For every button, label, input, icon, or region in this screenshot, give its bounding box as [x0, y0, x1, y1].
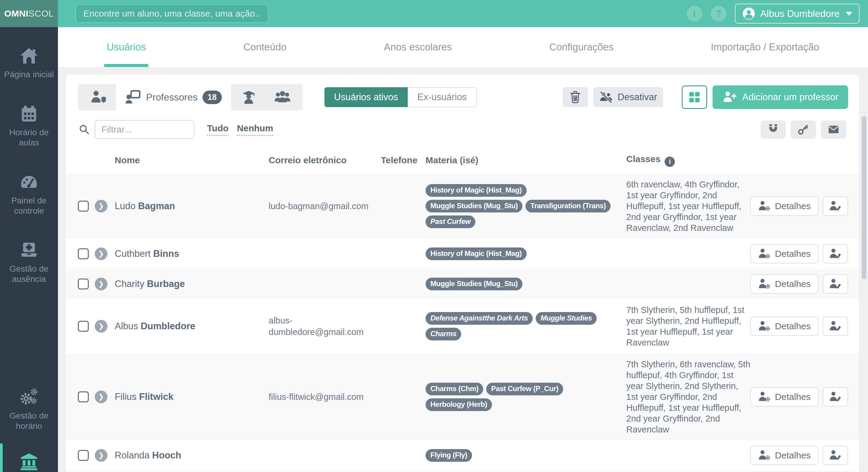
icon-group [274, 89, 291, 105]
tab-anos-escolares[interactable]: Anos escolares [381, 27, 455, 67]
details-button[interactable]: Detalhes [750, 274, 818, 294]
subject-badge: Muggle Studies (Mug_Stu) [426, 278, 522, 290]
right-controls: Desativar Adicionar um professor [563, 86, 848, 109]
table-view-button[interactable] [682, 86, 707, 109]
tab-conteudo[interactable]: Conteúdo [241, 27, 289, 67]
controls-row: Professores18 Usuários ativos Ex-usuário… [78, 84, 848, 111]
row-expand-button[interactable]: ❯ [95, 449, 107, 462]
sidebar-item-admin[interactable]: Admin. [0, 448, 58, 472]
icon-gears [19, 387, 39, 407]
table-body: ❯Ludo Bagmanludo-bagman@gmail.comHistory… [78, 174, 848, 472]
subtab-grupos[interactable] [267, 84, 299, 111]
person-gear-icon [758, 200, 771, 213]
row-checkbox[interactable] [78, 279, 89, 289]
cell-name: Albus Dumbledore [115, 321, 269, 332]
details-button[interactable]: Detalhes [750, 446, 818, 465]
person-pencil-icon [829, 200, 842, 213]
cell-name: Filius Flitwick [115, 391, 269, 402]
key-icon [797, 123, 810, 136]
table-row: ❯Ludo Bagmanludo-bagman@gmail.comHistory… [66, 174, 859, 239]
edit-user-button[interactable] [823, 244, 848, 263]
cell-subjects: Defense Againstthe Dark ArtsMuggle Studi… [426, 312, 626, 340]
magnet-button[interactable] [761, 120, 786, 138]
sidebar-item-pagina-inicial[interactable]: Página inicial [0, 43, 58, 82]
row-checkbox[interactable] [78, 201, 89, 212]
cell-name: Rolanda Hooch [115, 450, 269, 461]
header-phone: Telefone [381, 155, 426, 165]
row-expand-button[interactable]: ❯ [95, 200, 107, 213]
details-button[interactable]: Detalhes [750, 317, 818, 336]
tabs-row: UsuáriosConteúdoAnos escolaresConfiguraç… [58, 27, 868, 67]
row-checkbox[interactable] [78, 248, 89, 259]
row-expand-button[interactable]: ❯ [95, 390, 107, 403]
logo-block: OMNISCOL [0, 0, 58, 27]
magnet-icon [767, 123, 780, 136]
scrollbar-thumb[interactable] [862, 116, 867, 279]
content: Professores18 Usuários ativos Ex-usuário… [58, 67, 868, 472]
email-button[interactable] [821, 120, 846, 138]
chevron-down-icon [846, 12, 852, 16]
sidebar-item-label: Horário de aulas [1, 127, 57, 148]
cell-subjects: Charms (Chm)Past Curfew (P_Cur)Herbology… [426, 383, 626, 411]
row-expand-button[interactable]: ❯ [95, 278, 107, 290]
table-row: ❯Cuthbert BinnsHistory of Magic (Hist_Ma… [66, 239, 859, 269]
edit-user-button[interactable] [823, 196, 848, 216]
details-button[interactable]: Detalhes [750, 244, 818, 263]
active-users-toggle[interactable]: Usuários ativos [324, 87, 408, 107]
tab-configuracoes[interactable]: Configurações [547, 27, 616, 67]
row-expand-button[interactable]: ❯ [95, 320, 107, 333]
global-search-input[interactable] [75, 4, 269, 23]
row-checkbox[interactable] [78, 391, 89, 402]
app-logo: OMNISCOL [4, 8, 54, 19]
row-actions: Detalhes [750, 317, 848, 336]
user-menu-button[interactable]: Albus Dumbledore [735, 4, 860, 24]
filter-input[interactable] [95, 120, 194, 139]
edit-user-button[interactable] [823, 446, 848, 465]
row-expand-button[interactable]: ❯ [95, 248, 107, 260]
row-checkbox[interactable] [78, 321, 89, 332]
delete-button[interactable] [563, 87, 588, 107]
table-row: ❯Silvanus KettleburnCare of Magical Crea… [66, 471, 859, 472]
row-checkbox[interactable] [78, 450, 89, 461]
cell-subjects: Muggle Studies (Mug_Stu) [426, 278, 626, 290]
tab-usuarios[interactable]: Usuários [104, 27, 148, 67]
edit-user-button[interactable] [823, 387, 848, 407]
icon-gauge [19, 172, 39, 192]
subtab-professores[interactable]: Professores18 [116, 80, 231, 114]
filter-row: Tudo Nenhum [78, 120, 848, 139]
sidebar-item-label: Painel de controle [1, 195, 57, 216]
edit-user-button[interactable] [823, 317, 848, 336]
subtab-admins[interactable] [82, 84, 114, 111]
person-pencil-icon [829, 278, 842, 290]
details-label: Detalhes [775, 450, 811, 461]
tab-importacao-exportacao[interactable]: Importação / Exportação [708, 27, 822, 67]
info-icon[interactable]: i [687, 6, 702, 22]
cell-classes: 6th ravenclaw, 4th Gryffindor, 1st year … [626, 179, 756, 233]
select-none-link[interactable]: Nenhum [237, 123, 273, 136]
sidebar-item-gestao-de-ausencia[interactable]: Gestão de ausência [0, 238, 58, 287]
row-actions: Detalhes [750, 446, 848, 465]
trash-icon [568, 91, 582, 104]
details-button[interactable]: Detalhes [750, 387, 818, 407]
details-label: Detalhes [775, 392, 811, 402]
add-professor-button[interactable]: Adicionar um professor [713, 86, 848, 109]
details-button[interactable]: Detalhes [750, 196, 818, 216]
deactivate-button[interactable]: Desativar [593, 87, 663, 107]
sidebar-item-gestao-de-horario[interactable]: Gestão de horário [0, 385, 58, 434]
sidebar-item-horario-de-aulas[interactable]: Horário de aulas [0, 101, 58, 150]
count-badge: 18 [203, 91, 222, 104]
cell-email: ludo-bagman@gmail.com [269, 200, 381, 212]
sidebar-item-label: Gestão de horário [1, 411, 57, 431]
classes-info-icon[interactable]: i [664, 157, 675, 167]
ex-users-toggle[interactable]: Ex-usuários [408, 87, 477, 107]
edit-user-button[interactable] [823, 274, 848, 294]
password-button[interactable] [791, 120, 816, 138]
subtab-alunos[interactable] [233, 84, 265, 111]
person-pencil-icon [829, 320, 842, 333]
cell-email: filius-flitwick@gmail.com [269, 391, 381, 403]
select-all-link[interactable]: Tudo [207, 123, 228, 136]
help-icon[interactable]: ? [711, 6, 726, 22]
header-name: Nome [115, 155, 269, 165]
search-icon [78, 123, 95, 136]
sidebar-item-painel-de-controle[interactable]: Painel de controle [0, 169, 58, 219]
